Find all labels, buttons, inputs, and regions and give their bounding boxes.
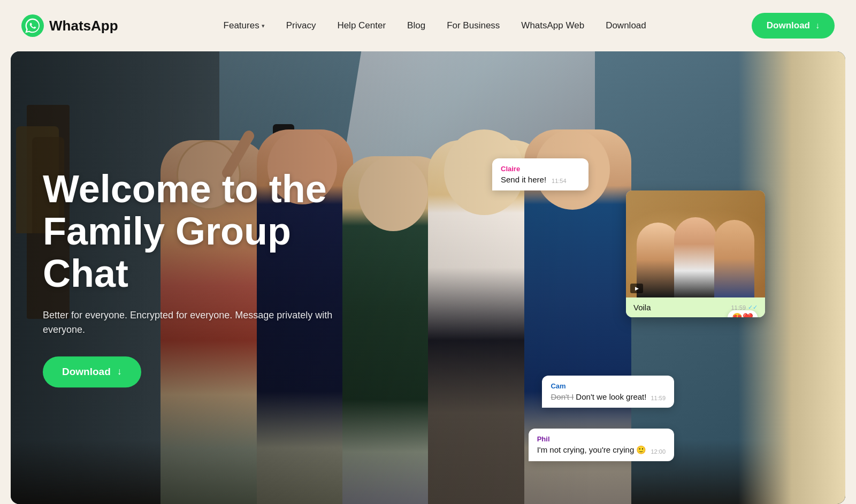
whatsapp-logo-icon: [21, 14, 44, 37]
nav-item-privacy[interactable]: Privacy: [286, 20, 316, 31]
chat-bubble-claire: Claire Send it here! 11:54: [492, 158, 588, 190]
photo-reactions: 😍❤️: [728, 310, 758, 317]
chevron-down-icon: ▾: [262, 22, 265, 29]
svg-point-0: [21, 14, 44, 37]
phil-sender: Phil: [537, 435, 666, 443]
nav-item-help[interactable]: Help Center: [337, 20, 386, 31]
claire-time: 11:54: [552, 178, 567, 184]
navbar-download-button[interactable]: Download ↓: [752, 13, 835, 39]
nav-link-download[interactable]: Download: [606, 20, 646, 30]
chat-photo-image: ▶: [626, 190, 765, 297]
hero-title: Welcome to the Family Group Chat: [43, 168, 342, 295]
nav-link-blog[interactable]: Blog: [407, 20, 425, 30]
cam-time: 11:59: [651, 395, 666, 401]
brand-logo[interactable]: WhatsApp: [21, 14, 118, 37]
brand-name: WhatsApp: [49, 18, 118, 34]
video-icon: ▶: [630, 284, 643, 293]
mini-person-1: [637, 223, 679, 297]
mini-person-3: [714, 220, 754, 297]
nav-link-business[interactable]: For Business: [447, 20, 500, 30]
chat-bubble-phil: Phil I'm not crying, you're crying 🙂 12:…: [529, 429, 674, 461]
navbar: WhatsApp Features ▾ Privacy Help Center …: [0, 0, 856, 51]
chat-bubble-cam: Cam Don't I Don't we look great! 11:59: [542, 376, 674, 408]
nav-item-features[interactable]: Features ▾: [224, 20, 265, 31]
nav-item-web[interactable]: WhatsApp Web: [521, 20, 584, 31]
hero-subtitle: Better for everyone. Encrypted for every…: [43, 308, 342, 337]
nav-link-privacy[interactable]: Privacy: [286, 20, 316, 30]
phil-time: 12:00: [651, 448, 666, 455]
nav-item-blog[interactable]: Blog: [407, 20, 425, 31]
nav-link-web[interactable]: WhatsApp Web: [521, 20, 584, 30]
hero-download-button[interactable]: Download ↓: [43, 356, 141, 387]
cam-message: Don't I Don't we look great! 11:59: [551, 392, 666, 401]
nav-link-features[interactable]: Features ▾: [224, 20, 265, 31]
phil-message: I'm not crying, you're crying 🙂 12:00: [537, 445, 666, 455]
cam-sender: Cam: [551, 382, 666, 390]
nav-link-help[interactable]: Help Center: [337, 20, 386, 30]
nav-item-business[interactable]: For Business: [447, 20, 500, 31]
download-arrow-icon: ↓: [117, 366, 122, 377]
nav-item-download[interactable]: Download: [606, 20, 646, 31]
photo-caption: Voila: [633, 303, 651, 312]
download-arrow-icon: ↓: [815, 21, 820, 30]
navbar-links: Features ▾ Privacy Help Center Blog For …: [224, 20, 646, 31]
mini-person-2: [674, 217, 717, 297]
claire-sender: Claire: [501, 165, 580, 173]
claire-message: Send it here! 11:54: [501, 175, 580, 184]
hero-section: Welcome to the Family Group Chat Better …: [11, 51, 845, 504]
chat-photo-card: ▶ Voila 11:59 ✓✓ 😍❤️: [626, 190, 765, 317]
cam-message-strikethrough: Don't I: [551, 392, 574, 401]
hero-content: Welcome to the Family Group Chat Better …: [43, 168, 342, 387]
